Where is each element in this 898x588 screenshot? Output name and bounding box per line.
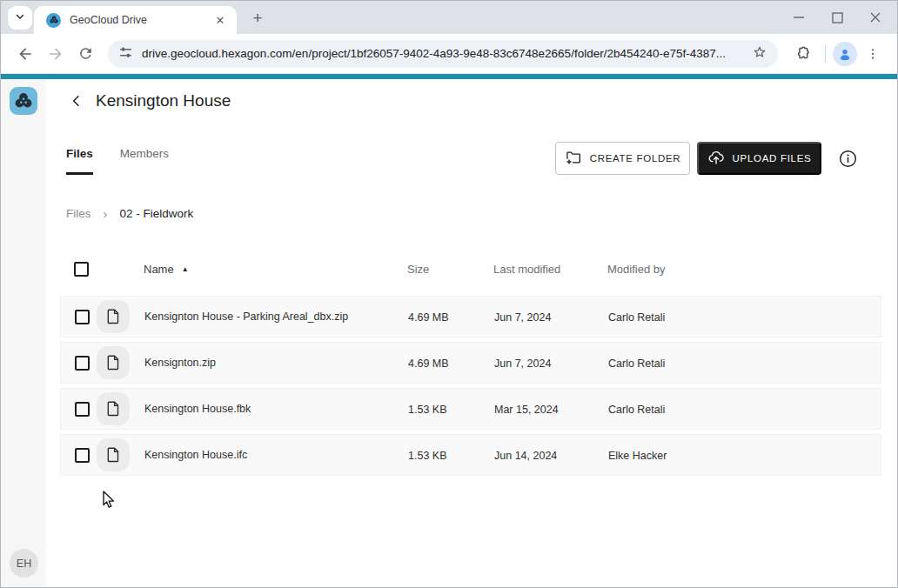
toolbar-separator bbox=[825, 45, 826, 63]
file-table: Name ▲ Size Last modified Modified by Ke… bbox=[60, 253, 881, 480]
file-icon bbox=[97, 392, 130, 425]
cloud-upload-icon bbox=[707, 149, 725, 168]
back-icon bbox=[17, 45, 34, 63]
geocloud-logo-icon[interactable] bbox=[10, 87, 37, 115]
file-size: 4.69 MB bbox=[408, 311, 449, 324]
forward-icon bbox=[47, 45, 64, 63]
chevron-left-icon bbox=[69, 93, 84, 109]
file-modified-by: Carlo Retali bbox=[608, 357, 665, 370]
bookmark-star-icon[interactable] bbox=[752, 44, 767, 63]
row-checkbox[interactable] bbox=[75, 356, 90, 371]
window-controls bbox=[777, 1, 897, 34]
mouse-cursor bbox=[99, 490, 116, 514]
file-icon bbox=[97, 300, 130, 333]
file-modified-by: Elke Hacker bbox=[608, 450, 667, 462]
page-back-button[interactable] bbox=[67, 91, 86, 110]
folder-plus-icon bbox=[565, 149, 582, 168]
action-buttons: CREATE FOLDER UPLOAD FILES bbox=[555, 142, 858, 175]
browser-menu-button[interactable] bbox=[859, 40, 887, 68]
main-content: Kensington House Files Members CREATE FO… bbox=[46, 79, 898, 588]
file-modified-date: Mar 15, 2024 bbox=[494, 404, 559, 416]
tab-members[interactable]: Members bbox=[120, 147, 169, 175]
profile-button[interactable] bbox=[833, 42, 857, 66]
close-window-button[interactable] bbox=[869, 11, 881, 23]
header-size[interactable]: Size bbox=[407, 263, 429, 276]
puzzle-icon bbox=[794, 45, 811, 62]
chevron-down-icon bbox=[14, 10, 26, 26]
tab-search-button[interactable] bbox=[8, 6, 32, 30]
table-row[interactable]: Kensington House.fbk 1.53 KB Mar 15, 202… bbox=[60, 388, 881, 430]
tab-strip: GeoCloud Drive ✕ + bbox=[1, 1, 897, 34]
file-modified-date: Jun 14, 2024 bbox=[494, 450, 557, 462]
table-row[interactable]: Kensignton House - Parking Areal_dbx.zip… bbox=[60, 296, 881, 337]
table-header-row: Name ▲ Size Last modified Modified by bbox=[60, 253, 881, 284]
url-text[interactable]: drive.geocloud.hexagon.com/en/project/1b… bbox=[142, 47, 752, 60]
table-row[interactable]: Kensignton.zip 4.69 MB Jun 7, 2024 Carlo… bbox=[60, 342, 881, 384]
back-button[interactable] bbox=[11, 40, 38, 68]
file-size: 4.69 MB bbox=[408, 357, 449, 370]
tab-title: GeoCloud Drive bbox=[70, 14, 212, 26]
header-last-modified[interactable]: Last modified bbox=[493, 263, 560, 276]
tab-close-button[interactable]: ✕ bbox=[212, 12, 228, 28]
file-modified-by: Carlo Retali bbox=[608, 311, 665, 324]
reload-button[interactable] bbox=[72, 40, 99, 68]
geocloud-favicon-icon bbox=[46, 13, 61, 28]
file-modified-date: Jun 7, 2024 bbox=[494, 357, 551, 370]
browser-window: GeoCloud Drive ✕ + bbox=[0, 0, 898, 588]
page-title: Kensington House bbox=[96, 91, 231, 110]
file-name[interactable]: Kensington House.ifc bbox=[144, 449, 247, 461]
profile-avatar-icon bbox=[837, 46, 853, 62]
page-tabs: Files Members bbox=[66, 147, 169, 175]
file-modified-by: Carlo Retali bbox=[608, 404, 665, 416]
toolbar-right bbox=[787, 40, 888, 68]
info-button[interactable] bbox=[837, 148, 858, 169]
create-folder-label: CREATE FOLDER bbox=[590, 153, 681, 164]
breadcrumb-item-files[interactable]: Files bbox=[66, 207, 91, 220]
sidebar: EH bbox=[1, 79, 46, 588]
upload-files-button[interactable]: UPLOAD FILES bbox=[697, 142, 821, 175]
forward-button[interactable] bbox=[42, 40, 69, 68]
extensions-button[interactable] bbox=[788, 40, 816, 68]
header-name[interactable]: Name bbox=[144, 263, 174, 276]
maximize-button[interactable] bbox=[831, 11, 843, 23]
row-checkbox[interactable] bbox=[75, 310, 90, 324]
breadcrumb-item-current: 02 - Fieldwork bbox=[120, 207, 194, 220]
browser-toolbar: drive.geocloud.hexagon.com/en/project/1b… bbox=[1, 34, 897, 74]
row-checkbox[interactable] bbox=[75, 448, 90, 463]
address-bar[interactable]: drive.geocloud.hexagon.com/en/project/1b… bbox=[108, 40, 778, 68]
select-all-checkbox[interactable] bbox=[74, 262, 89, 277]
file-size: 1.53 KB bbox=[408, 404, 446, 416]
reload-icon bbox=[77, 45, 94, 62]
new-tab-button[interactable]: + bbox=[246, 7, 269, 30]
user-avatar[interactable]: EH bbox=[10, 549, 38, 578]
file-icon bbox=[97, 346, 130, 379]
tab-files[interactable]: Files bbox=[66, 147, 93, 175]
file-name[interactable]: Kensington House.fbk bbox=[144, 403, 251, 415]
sort-ascending-icon[interactable]: ▲ bbox=[182, 265, 189, 273]
table-row[interactable]: Kensington House.ifc 1.53 KB Jun 14, 202… bbox=[60, 434, 881, 476]
file-icon bbox=[97, 438, 130, 471]
app-area: EH Kensington House Files Members CREATE… bbox=[1, 79, 898, 588]
breadcrumb: Files › 02 - Fieldwork bbox=[66, 206, 193, 221]
minimize-button[interactable] bbox=[793, 11, 805, 23]
upload-files-label: UPLOAD FILES bbox=[733, 153, 812, 164]
file-name[interactable]: Kensignton.zip bbox=[144, 357, 216, 369]
file-modified-date: Jun 7, 2024 bbox=[494, 311, 551, 324]
header-modified-by[interactable]: Modified by bbox=[607, 263, 665, 276]
file-size: 1.53 KB bbox=[408, 450, 446, 462]
site-settings-icon[interactable] bbox=[118, 44, 133, 63]
browser-tab[interactable]: GeoCloud Drive ✕ bbox=[34, 6, 237, 34]
create-folder-button[interactable]: CREATE FOLDER bbox=[555, 142, 690, 175]
kebab-menu-icon bbox=[866, 47, 880, 61]
file-name[interactable]: Kensignton House - Parking Areal_dbx.zip bbox=[144, 311, 348, 323]
breadcrumb-chevron-icon: › bbox=[104, 206, 108, 221]
info-icon bbox=[838, 149, 858, 169]
row-checkbox[interactable] bbox=[75, 402, 90, 417]
